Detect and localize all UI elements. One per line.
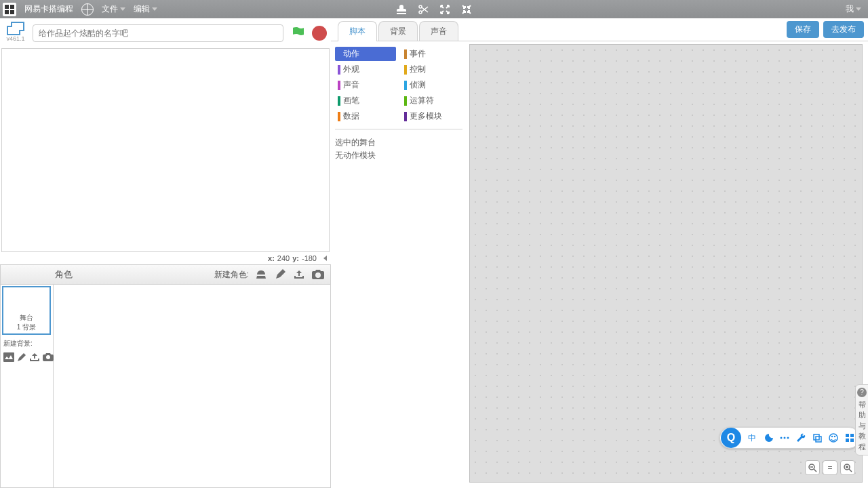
palette-msg-line1: 选中的舞台 xyxy=(335,136,462,149)
zoom-out-button[interactable] xyxy=(805,460,820,475)
svg-rect-0 xyxy=(5,5,9,9)
category-color-swatch xyxy=(338,65,340,75)
scissors-icon[interactable] xyxy=(417,3,429,16)
svg-point-5 xyxy=(419,11,422,14)
category-color-swatch xyxy=(404,65,407,75)
chevron-down-icon xyxy=(152,7,157,11)
float-main-icon[interactable]: Q xyxy=(721,428,741,448)
green-flag-icon[interactable] xyxy=(289,24,307,42)
bg-camera-icon[interactable] xyxy=(43,351,54,363)
float-copy-icon[interactable] xyxy=(812,432,823,443)
x-label: x: xyxy=(268,254,275,262)
tab-scripts[interactable]: 脚本 xyxy=(338,21,377,41)
bg-paint-icon[interactable] xyxy=(17,351,26,363)
zoom-in-button[interactable] xyxy=(840,460,855,475)
category-color-swatch xyxy=(404,96,407,106)
menu-me[interactable]: 我 xyxy=(846,3,861,15)
float-moon-icon[interactable] xyxy=(763,432,774,443)
camera-icon[interactable] xyxy=(311,268,325,281)
svg-rect-19 xyxy=(846,439,849,442)
chevron-down-icon xyxy=(120,7,125,11)
category-color-swatch xyxy=(338,49,340,59)
category-3[interactable]: 控制 xyxy=(401,62,462,77)
language-icon[interactable] xyxy=(81,3,94,16)
stamp-icon[interactable] xyxy=(395,3,408,16)
category-color-swatch xyxy=(404,81,407,90)
scripts-workspace[interactable]: = xyxy=(469,44,863,483)
float-dots-icon[interactable] xyxy=(779,432,790,443)
sprites-label: 角色 xyxy=(55,268,73,281)
stage-header: v461.1 xyxy=(0,18,331,48)
svg-point-15 xyxy=(832,436,833,437)
help-question-icon: ? xyxy=(857,388,867,397)
svg-rect-12 xyxy=(814,434,819,440)
stage-thumbnail[interactable]: 舞台 1 背景 xyxy=(2,286,51,335)
category-8[interactable]: 数据 xyxy=(335,109,396,123)
category-label: 外观 xyxy=(343,64,359,75)
zoom-reset-button[interactable]: = xyxy=(823,460,837,475)
bg-library-icon[interactable] xyxy=(3,351,14,363)
top-menu-bar: 网易卡搭编程 文件 编辑 我 xyxy=(0,0,868,18)
tab-sounds[interactable]: 声音 xyxy=(419,21,458,41)
category-2[interactable]: 外观 xyxy=(335,62,396,77)
svg-point-11 xyxy=(787,437,789,439)
stop-icon[interactable] xyxy=(312,26,327,41)
menu-file[interactable]: 文件 xyxy=(102,3,125,15)
fullscreen-stage-icon[interactable]: v461.1 xyxy=(4,22,27,45)
float-grid-icon[interactable] xyxy=(844,432,855,443)
app-logo-icon[interactable] xyxy=(3,3,16,16)
float-lang-icon[interactable]: 中 xyxy=(747,432,757,443)
category-0[interactable]: 动作 xyxy=(335,47,396,61)
category-label: 运算符 xyxy=(410,95,434,106)
sprites-list[interactable] xyxy=(54,285,330,487)
stage-canvas[interactable] xyxy=(1,48,330,252)
library-icon[interactable] xyxy=(254,268,268,281)
upload-icon[interactable] xyxy=(292,268,306,281)
category-6[interactable]: 画笔 xyxy=(335,94,396,108)
chevron-down-icon xyxy=(856,7,861,11)
sprites-bar: 角色 新建角色: xyxy=(0,264,331,285)
x-value: 240 xyxy=(277,254,290,262)
category-7[interactable]: 运算符 xyxy=(401,94,462,108)
stage-panel: 舞台 1 背景 新建背景: xyxy=(1,285,54,487)
svg-point-16 xyxy=(835,436,835,437)
float-smile-icon[interactable] xyxy=(828,432,839,443)
menu-file-label: 文件 xyxy=(102,3,118,15)
svg-rect-13 xyxy=(816,436,821,442)
collapse-caret-icon[interactable] xyxy=(323,256,327,261)
category-label: 事件 xyxy=(410,48,426,60)
float-wrench-icon[interactable] xyxy=(795,432,806,443)
help-side-tab[interactable]: ? 帮助与教程 xyxy=(855,384,868,455)
paint-icon[interactable] xyxy=(273,268,287,281)
svg-rect-20 xyxy=(850,439,854,442)
category-color-swatch xyxy=(338,96,340,106)
category-4[interactable]: 声音 xyxy=(335,78,396,92)
category-label: 更多模块 xyxy=(410,110,442,122)
category-9[interactable]: 更多模块 xyxy=(401,109,462,123)
category-5[interactable]: 侦测 xyxy=(401,78,462,92)
grow-icon[interactable] xyxy=(439,3,451,16)
svg-rect-18 xyxy=(850,434,854,437)
category-1[interactable]: 事件 xyxy=(401,47,462,61)
menu-me-label: 我 xyxy=(846,3,854,15)
save-button[interactable]: 保存 xyxy=(787,21,819,38)
new-backdrop-label: 新建背景: xyxy=(3,339,52,348)
category-label: 数据 xyxy=(343,110,359,122)
shrink-icon[interactable] xyxy=(460,3,473,16)
bg-upload-icon[interactable] xyxy=(29,351,40,363)
tabs-row: 脚本 背景 声音 保存 去发布 xyxy=(331,18,868,41)
app-name: 网易卡搭编程 xyxy=(24,3,73,15)
svg-rect-17 xyxy=(846,434,849,437)
menu-edit[interactable]: 编辑 xyxy=(134,3,157,15)
project-name-input[interactable] xyxy=(33,24,283,42)
coords-bar: x: 240 y: -180 xyxy=(0,252,331,264)
category-color-swatch xyxy=(404,112,407,121)
y-label: y: xyxy=(292,254,299,262)
tab-backdrops[interactable]: 背景 xyxy=(378,21,418,41)
floating-toolbar: Q 中 xyxy=(719,427,860,449)
category-label: 画笔 xyxy=(343,95,359,106)
stage-thumb-label: 舞台 xyxy=(20,313,33,323)
new-sprite-label: 新建角色: xyxy=(214,269,249,281)
svg-rect-3 xyxy=(10,10,14,14)
publish-button[interactable]: 去发布 xyxy=(823,21,864,38)
